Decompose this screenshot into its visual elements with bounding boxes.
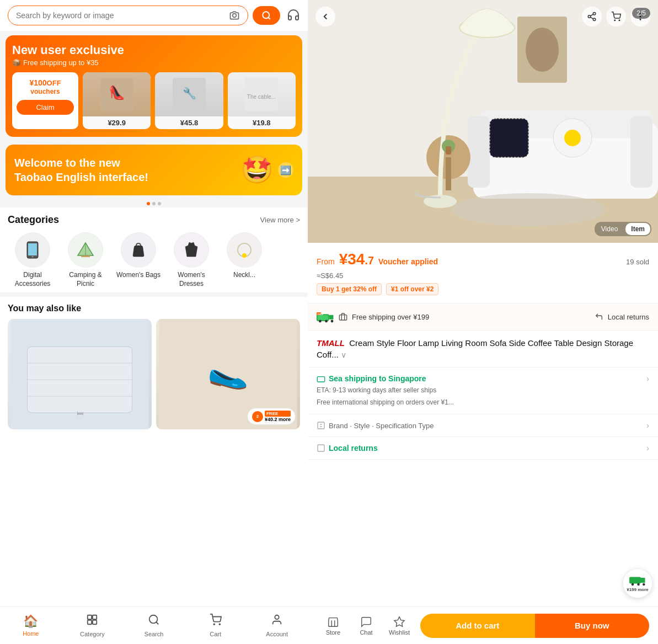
nav-home-label: Home — [23, 630, 39, 637]
account-nav-icon — [271, 614, 283, 629]
headphone-button[interactable] — [287, 8, 300, 23]
specs-row[interactable]: Brand · Style · Specification Type › — [308, 414, 658, 437]
item-tab[interactable]: Item — [625, 223, 650, 235]
specs-wrap: Brand · Style · Specification Type — [317, 421, 434, 430]
svg-rect-48 — [446, 157, 451, 190]
store-button[interactable]: Store — [317, 616, 350, 636]
category-label-necklace: Neckl... — [233, 271, 255, 280]
svg-rect-14 — [81, 256, 90, 257]
category-digital[interactable]: Digital Accessories — [8, 232, 57, 288]
category-dresses[interactable]: Women's Dresses — [167, 232, 216, 288]
svg-point-60 — [619, 20, 620, 21]
price-row: From ¥34.7 Voucher applied 19 sold — [317, 251, 649, 268]
product-card-1[interactable]: 🛏 — [8, 319, 152, 429]
svg-line-57 — [590, 17, 593, 19]
share-button[interactable] — [582, 7, 602, 26]
cart-button[interactable] — [606, 7, 626, 26]
right-panel: 2/5 Video Item From ¥34.7 Voucher applie… — [308, 0, 658, 644]
svg-point-16 — [242, 253, 247, 258]
svg-text:The cable...: The cable... — [247, 94, 276, 100]
arrow-circle: ➡️ — [278, 162, 293, 178]
nav-category[interactable]: Category — [62, 607, 124, 644]
float-badge-text: ¥199 more — [627, 587, 649, 592]
search-input-wrap[interactable] — [8, 6, 248, 25]
expand-icon[interactable]: ∨ — [341, 350, 346, 359]
sea-shipping-label-wrap: Sea shipping to Singapore — [317, 374, 426, 383]
nav-search[interactable]: Search — [123, 607, 185, 644]
svg-text:👠: 👠 — [109, 84, 125, 100]
video-tab[interactable]: Video — [596, 223, 623, 235]
delivery-truck-icon — [317, 374, 325, 383]
add-to-cart-button[interactable]: Add to cart — [420, 614, 535, 638]
welcome-text: Welcome to the new Taobao English interf… — [14, 156, 236, 184]
svg-marker-66 — [329, 315, 333, 320]
sea-shipping-label: Sea shipping to Singapore — [329, 374, 426, 383]
product-thumb-1[interactable]: 👠 ¥29.9 — [83, 72, 151, 129]
svg-rect-28 — [88, 620, 92, 624]
category-bags[interactable]: Women's Bags — [114, 232, 163, 288]
search-input[interactable] — [16, 11, 224, 20]
buy-now-button[interactable]: Buy now — [535, 614, 650, 638]
shipping-row: FREE Free shipping over ¥199 Local retur… — [308, 304, 658, 331]
category-icon-dresses — [174, 232, 209, 268]
voucher-applied: Voucher applied — [378, 257, 438, 266]
nav-search-label: Search — [145, 631, 164, 637]
category-icon-necklace — [227, 232, 262, 268]
from-label: From — [317, 257, 335, 266]
svg-text:🛏: 🛏 — [77, 409, 83, 417]
float-shipping-badge[interactable]: ¥199 more — [623, 568, 652, 598]
wishlist-button[interactable]: Wishlist — [383, 616, 416, 636]
product-top-bar — [308, 0, 658, 33]
view-more-link[interactable]: View more > — [260, 216, 300, 224]
category-camping[interactable]: Camping & Picnic — [61, 232, 110, 288]
search-nav-icon — [148, 614, 160, 629]
svg-text:FREE: FREE — [318, 313, 324, 316]
claim-button[interactable]: Claim — [17, 100, 74, 115]
category-icon-bags — [121, 232, 156, 268]
svg-point-11 — [32, 256, 34, 258]
product-thumb-3[interactable]: The cable... ¥19.8 — [228, 72, 296, 129]
sea-shipping-header[interactable]: Sea shipping to Singapore › — [317, 374, 649, 383]
categories-grid: Digital Accessories Camping & Picnic Wom… — [8, 232, 300, 288]
svg-point-1 — [263, 12, 269, 18]
local-returns-row[interactable]: Local returns › — [308, 437, 658, 460]
welcome-banner[interactable]: Welcome to the new Taobao English interf… — [6, 145, 302, 195]
new-user-banner: New user exclusive 📦 Free shipping up to… — [6, 35, 302, 137]
camera-button[interactable] — [229, 10, 240, 21]
dot-2 — [152, 202, 156, 205]
sea-shipping-chevron: › — [646, 374, 649, 383]
specs-labels: Brand · Style · Specification Type — [329, 422, 434, 430]
svg-rect-52 — [446, 146, 451, 155]
nav-home[interactable]: 🏠 Home — [0, 607, 62, 644]
search-button[interactable] — [253, 6, 280, 25]
back-button[interactable] — [315, 7, 335, 26]
category-necklace[interactable]: Neckl... — [220, 232, 269, 288]
nav-cart-label: Cart — [210, 631, 221, 637]
product-thumb-2[interactable]: 🔧 ¥45.8 — [155, 72, 223, 129]
thumb-img-3: The cable... — [228, 72, 296, 116]
svg-rect-74 — [318, 422, 324, 429]
category-label-digital: Digital Accessories — [8, 271, 57, 288]
dot-3 — [158, 202, 161, 205]
price-decimal: .7 — [365, 254, 374, 267]
chat-button[interactable]: Chat — [350, 616, 383, 636]
product-main-image — [308, 0, 658, 243]
banner-grid: ¥100OFF vouchers Claim 👠 ¥29.9 🔧 ¥45.8 — [12, 72, 296, 129]
product-scroll-area[interactable]: From ¥34.7 Voucher applied 19 sold ≈S$6.… — [308, 243, 658, 606]
nav-cart[interactable]: Cart — [185, 607, 247, 644]
thumb-price-2: ¥45.8 — [178, 116, 201, 129]
local-returns-label: Local returns — [329, 444, 378, 453]
svg-rect-78 — [629, 577, 641, 583]
also-like-title: You may also like — [8, 304, 300, 313]
also-like-section: You may also like 🛏 🥿 2 FREE ¥40.2 more — [0, 297, 308, 606]
categories-section: Categories View more > Digital Accessori… — [0, 207, 308, 292]
category-icon-digital — [15, 232, 50, 268]
svg-rect-41 — [468, 116, 490, 188]
local-returns-icon — [317, 444, 325, 453]
local-returns-wrap: Local returns — [317, 444, 378, 453]
sea-shipping-section[interactable]: Sea shipping to Singapore › ETA: 9-13 wo… — [308, 368, 658, 414]
category-label-dresses: Women's Dresses — [167, 271, 216, 288]
nav-account[interactable]: Account — [246, 607, 308, 644]
product-image-area: 2/5 Video Item — [308, 0, 658, 243]
product-card-2[interactable]: 🥿 2 FREE ¥40.2 more — [156, 319, 300, 429]
